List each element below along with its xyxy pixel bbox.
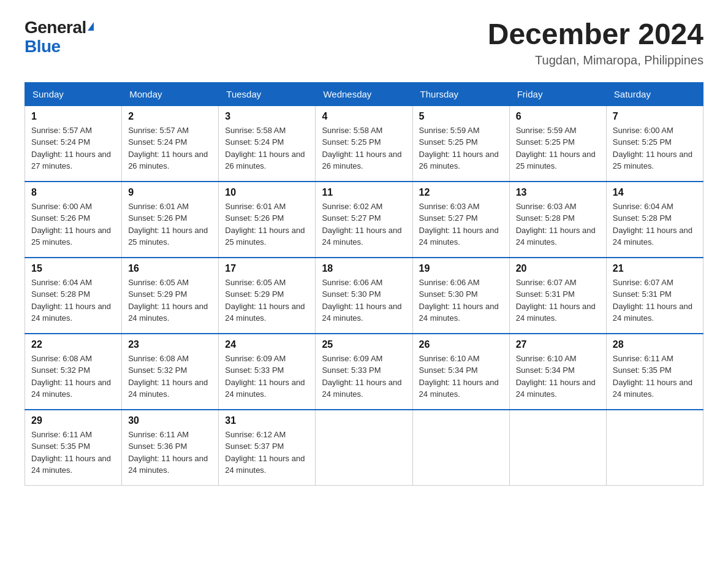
day-info: Sunrise: 6:12 AMSunset: 5:37 PMDaylight:… <box>225 429 309 477</box>
day-number: 5 <box>419 111 503 122</box>
calendar-cell: 13Sunrise: 6:03 AMSunset: 5:28 PMDayligh… <box>509 182 606 258</box>
logo-blue-text: Blue <box>25 37 94 56</box>
day-info: Sunrise: 6:11 AMSunset: 5:35 PMDaylight:… <box>613 353 697 400</box>
day-number: 31 <box>225 415 309 426</box>
weekday-header-wednesday: Wednesday <box>316 82 412 105</box>
day-info: Sunrise: 6:09 AMSunset: 5:33 PMDaylight:… <box>225 353 309 400</box>
day-number: 20 <box>516 263 600 274</box>
calendar-cell: 24Sunrise: 6:09 AMSunset: 5:33 PMDayligh… <box>219 334 316 410</box>
calendar-cell: 19Sunrise: 6:06 AMSunset: 5:30 PMDayligh… <box>412 258 509 334</box>
calendar-cell: 1Sunrise: 5:57 AMSunset: 5:24 PMDaylight… <box>25 105 122 182</box>
calendar-cell: 5Sunrise: 5:59 AMSunset: 5:25 PMDaylight… <box>412 105 509 182</box>
page-header: General Blue December 2024 Tugdan, Mimar… <box>25 18 703 67</box>
calendar-cell: 16Sunrise: 6:05 AMSunset: 5:29 PMDayligh… <box>122 258 219 334</box>
day-number: 27 <box>516 339 600 350</box>
calendar-week-row: 15Sunrise: 6:04 AMSunset: 5:28 PMDayligh… <box>25 258 703 334</box>
day-info: Sunrise: 6:07 AMSunset: 5:31 PMDaylight:… <box>613 277 697 324</box>
calendar-cell: 9Sunrise: 6:01 AMSunset: 5:26 PMDaylight… <box>122 182 219 258</box>
day-number: 30 <box>128 415 212 426</box>
day-info: Sunrise: 6:04 AMSunset: 5:28 PMDaylight:… <box>613 201 697 248</box>
day-info: Sunrise: 6:01 AMSunset: 5:26 PMDaylight:… <box>128 201 212 248</box>
day-info: Sunrise: 6:03 AMSunset: 5:28 PMDaylight:… <box>516 201 600 248</box>
day-info: Sunrise: 6:08 AMSunset: 5:32 PMDaylight:… <box>128 353 212 400</box>
day-info: Sunrise: 5:59 AMSunset: 5:25 PMDaylight:… <box>516 124 600 172</box>
day-number: 8 <box>31 187 115 198</box>
day-number: 25 <box>322 339 406 350</box>
calendar-cell: 15Sunrise: 6:04 AMSunset: 5:28 PMDayligh… <box>25 258 122 334</box>
day-number: 3 <box>225 111 309 122</box>
day-info: Sunrise: 6:10 AMSunset: 5:34 PMDaylight:… <box>419 353 503 400</box>
day-number: 21 <box>613 263 697 274</box>
calendar-cell <box>412 410 509 486</box>
day-number: 4 <box>322 111 406 122</box>
day-number: 13 <box>516 187 600 198</box>
day-number: 24 <box>225 339 309 350</box>
calendar-cell: 28Sunrise: 6:11 AMSunset: 5:35 PMDayligh… <box>606 334 703 410</box>
day-number: 23 <box>128 339 212 350</box>
day-info: Sunrise: 6:11 AMSunset: 5:36 PMDaylight:… <box>128 429 212 477</box>
calendar-cell <box>316 410 412 486</box>
day-number: 11 <box>322 187 406 198</box>
day-number: 9 <box>128 187 212 198</box>
day-number: 18 <box>322 263 406 274</box>
calendar-cell: 20Sunrise: 6:07 AMSunset: 5:31 PMDayligh… <box>509 258 606 334</box>
day-number: 22 <box>31 339 115 350</box>
day-number: 10 <box>225 187 309 198</box>
calendar-cell <box>606 410 703 486</box>
weekday-header-friday: Friday <box>509 82 606 105</box>
calendar-cell: 27Sunrise: 6:10 AMSunset: 5:34 PMDayligh… <box>509 334 606 410</box>
calendar-table: SundayMondayTuesdayWednesdayThursdayFrid… <box>25 82 703 486</box>
calendar-cell: 25Sunrise: 6:09 AMSunset: 5:33 PMDayligh… <box>316 334 412 410</box>
calendar-cell: 26Sunrise: 6:10 AMSunset: 5:34 PMDayligh… <box>412 334 509 410</box>
day-number: 2 <box>128 111 212 122</box>
calendar-cell: 6Sunrise: 5:59 AMSunset: 5:25 PMDaylight… <box>509 105 606 182</box>
weekday-header-monday: Monday <box>122 82 219 105</box>
calendar-cell: 8Sunrise: 6:00 AMSunset: 5:26 PMDaylight… <box>25 182 122 258</box>
calendar-cell: 17Sunrise: 6:05 AMSunset: 5:29 PMDayligh… <box>219 258 316 334</box>
day-number: 29 <box>31 415 115 426</box>
day-number: 15 <box>31 263 115 274</box>
day-number: 6 <box>516 111 600 122</box>
day-info: Sunrise: 6:05 AMSunset: 5:29 PMDaylight:… <box>128 277 212 324</box>
day-info: Sunrise: 6:06 AMSunset: 5:30 PMDaylight:… <box>322 277 406 324</box>
calendar-cell: 23Sunrise: 6:08 AMSunset: 5:32 PMDayligh… <box>122 334 219 410</box>
calendar-week-row: 22Sunrise: 6:08 AMSunset: 5:32 PMDayligh… <box>25 334 703 410</box>
calendar-cell: 4Sunrise: 5:58 AMSunset: 5:25 PMDaylight… <box>316 105 412 182</box>
calendar-cell: 10Sunrise: 6:01 AMSunset: 5:26 PMDayligh… <box>219 182 316 258</box>
day-info: Sunrise: 5:58 AMSunset: 5:24 PMDaylight:… <box>225 124 309 172</box>
weekday-header-tuesday: Tuesday <box>219 82 316 105</box>
day-info: Sunrise: 6:04 AMSunset: 5:28 PMDaylight:… <box>31 277 115 324</box>
day-info: Sunrise: 6:00 AMSunset: 5:25 PMDaylight:… <box>613 124 697 172</box>
logo-general-text: General <box>25 18 86 37</box>
day-number: 26 <box>419 339 503 350</box>
calendar-cell: 21Sunrise: 6:07 AMSunset: 5:31 PMDayligh… <box>606 258 703 334</box>
calendar-week-row: 8Sunrise: 6:00 AMSunset: 5:26 PMDaylight… <box>25 182 703 258</box>
day-info: Sunrise: 5:57 AMSunset: 5:24 PMDaylight:… <box>31 124 115 172</box>
day-info: Sunrise: 5:58 AMSunset: 5:25 PMDaylight:… <box>322 124 406 172</box>
day-info: Sunrise: 6:05 AMSunset: 5:29 PMDaylight:… <box>225 277 309 324</box>
calendar-cell: 11Sunrise: 6:02 AMSunset: 5:27 PMDayligh… <box>316 182 412 258</box>
day-info: Sunrise: 5:57 AMSunset: 5:24 PMDaylight:… <box>128 124 212 172</box>
day-info: Sunrise: 6:06 AMSunset: 5:30 PMDaylight:… <box>419 277 503 324</box>
calendar-cell: 2Sunrise: 5:57 AMSunset: 5:24 PMDaylight… <box>122 105 219 182</box>
day-number: 16 <box>128 263 212 274</box>
day-info: Sunrise: 6:11 AMSunset: 5:35 PMDaylight:… <box>31 429 115 477</box>
day-number: 7 <box>613 111 697 122</box>
calendar-cell: 3Sunrise: 5:58 AMSunset: 5:24 PMDaylight… <box>219 105 316 182</box>
calendar-week-row: 1Sunrise: 5:57 AMSunset: 5:24 PMDaylight… <box>25 105 703 182</box>
weekday-header-thursday: Thursday <box>412 82 509 105</box>
logo-triangle-icon <box>88 22 94 31</box>
calendar-cell: 22Sunrise: 6:08 AMSunset: 5:32 PMDayligh… <box>25 334 122 410</box>
day-info: Sunrise: 6:01 AMSunset: 5:26 PMDaylight:… <box>225 201 309 248</box>
day-info: Sunrise: 6:02 AMSunset: 5:27 PMDaylight:… <box>322 201 406 248</box>
title-block: December 2024 Tugdan, Mimaropa, Philippi… <box>488 18 703 67</box>
calendar-cell: 18Sunrise: 6:06 AMSunset: 5:30 PMDayligh… <box>316 258 412 334</box>
calendar-cell <box>509 410 606 486</box>
month-title: December 2024 <box>488 18 703 51</box>
logo: General Blue <box>25 18 94 56</box>
calendar-week-row: 29Sunrise: 6:11 AMSunset: 5:35 PMDayligh… <box>25 410 703 486</box>
calendar-cell: 7Sunrise: 6:00 AMSunset: 5:25 PMDaylight… <box>606 105 703 182</box>
day-number: 1 <box>31 111 115 122</box>
day-info: Sunrise: 6:08 AMSunset: 5:32 PMDaylight:… <box>31 353 115 400</box>
day-info: Sunrise: 6:03 AMSunset: 5:27 PMDaylight:… <box>419 201 503 248</box>
